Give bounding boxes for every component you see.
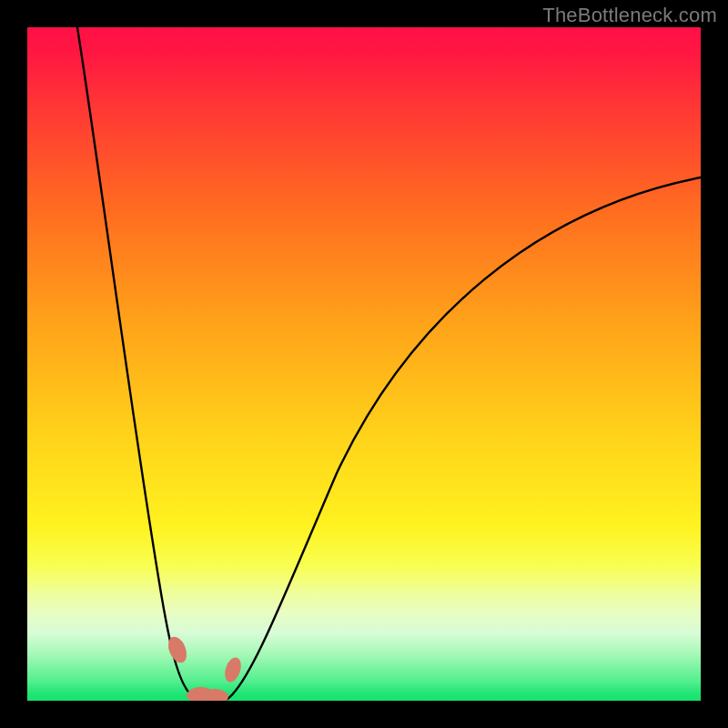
watermark-text: TheBottleneck.com — [542, 4, 717, 27]
marker-4 — [222, 655, 244, 684]
chart-stage: TheBottleneck.com — [0, 0, 728, 728]
plot-area — [27, 27, 701, 701]
curve-left-branch — [77, 27, 196, 699]
curve-right-branch — [228, 177, 701, 699]
curve-layer — [27, 27, 701, 701]
